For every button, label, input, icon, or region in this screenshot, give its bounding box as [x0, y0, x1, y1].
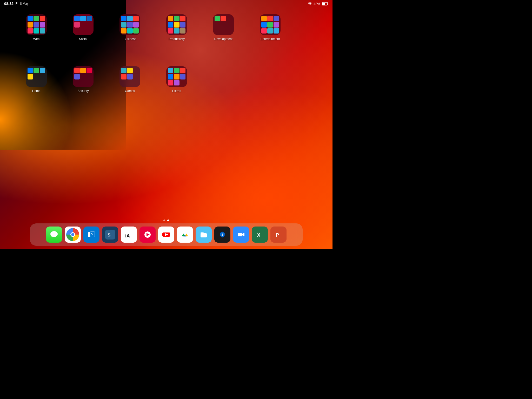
status-time: 08:32 — [4, 2, 14, 6]
dock-app-1password[interactable]: 1 — [214, 227, 230, 243]
svg-text:S: S — [108, 232, 111, 238]
folder-social-label: Social — [79, 37, 88, 41]
dock-app-files[interactable] — [196, 227, 212, 243]
dock-app-excel[interactable]: X — [252, 227, 268, 243]
dock: O S iA — [30, 223, 303, 246]
folder-security-icon — [73, 66, 94, 87]
folder-development[interactable]: Development — [208, 14, 239, 61]
folder-social[interactable]: Social — [68, 14, 99, 61]
folder-productivity-icon — [166, 14, 187, 35]
folder-games-label: Games — [125, 89, 135, 93]
dock-app-powerpoint[interactable]: P — [270, 227, 287, 243]
dock-app-messages[interactable] — [46, 227, 62, 243]
status-bar: 08:32 Fri 8 May 48% — [0, 0, 332, 7]
folder-entertainment-icon — [260, 14, 281, 35]
svg-text:X: X — [257, 232, 260, 238]
folder-business[interactable]: Business — [114, 14, 145, 61]
app-grid: Web Social Business Pro — [21, 14, 312, 113]
dock-app-outlook[interactable]: O — [83, 227, 99, 243]
folder-development-icon — [213, 14, 234, 35]
folder-business-label: Business — [124, 37, 136, 41]
dock-app-youtube[interactable] — [158, 227, 174, 243]
page-dot-1[interactable] — [163, 220, 165, 221]
dock-app-drive[interactable] — [177, 227, 193, 243]
folder-social-icon — [73, 14, 94, 35]
dock-app-zoom[interactable] — [233, 227, 249, 243]
folder-web-label: Web — [33, 37, 39, 41]
status-right: 48% — [308, 2, 328, 6]
folder-entertainment[interactable]: Entertainment — [255, 14, 286, 61]
folder-home-label: Home — [32, 89, 41, 93]
svg-rect-29 — [238, 233, 242, 236]
svg-text:iA: iA — [125, 233, 130, 238]
folder-home[interactable]: Home — [21, 66, 52, 113]
folder-security-label: Security — [77, 89, 89, 93]
folder-web-icon — [26, 14, 47, 35]
folder-games-icon — [119, 66, 140, 87]
folder-games[interactable]: Games — [114, 66, 145, 113]
svg-text:P: P — [276, 232, 279, 238]
svg-point-3 — [50, 231, 58, 237]
folder-home-icon — [26, 66, 47, 87]
folder-development-label: Development — [214, 37, 233, 41]
battery-icon — [322, 2, 328, 5]
svg-text:1: 1 — [221, 233, 223, 237]
dock-app-ia-writer[interactable]: iA — [121, 227, 137, 243]
dock-app-infuse[interactable] — [139, 227, 156, 243]
folder-entertainment-label: Entertainment — [261, 37, 280, 41]
folder-web[interactable]: Web — [21, 14, 52, 61]
svg-text:O: O — [91, 233, 93, 236]
folder-productivity[interactable]: Productivity — [161, 14, 192, 61]
dock-app-scrivener[interactable]: S — [102, 227, 118, 243]
page-dots — [163, 220, 169, 221]
folder-extras[interactable]: Extras — [161, 66, 192, 113]
page-dot-2[interactable] — [167, 220, 169, 221]
svg-rect-1 — [328, 3, 328, 4]
svg-rect-25 — [201, 232, 204, 234]
folder-business-icon — [119, 14, 140, 35]
status-carrier: Fri 8 May — [16, 2, 29, 5]
battery-percent: 48% — [314, 2, 320, 6]
svg-marker-22 — [183, 236, 187, 237]
folder-productivity-label: Productivity — [169, 37, 185, 41]
folder-security[interactable]: Security — [68, 66, 99, 113]
wifi-icon — [308, 2, 312, 5]
dock-app-chrome[interactable] — [65, 227, 81, 243]
folder-extras-label: Extras — [172, 89, 181, 93]
svg-rect-2 — [322, 3, 325, 5]
folder-extras-icon — [166, 66, 187, 87]
